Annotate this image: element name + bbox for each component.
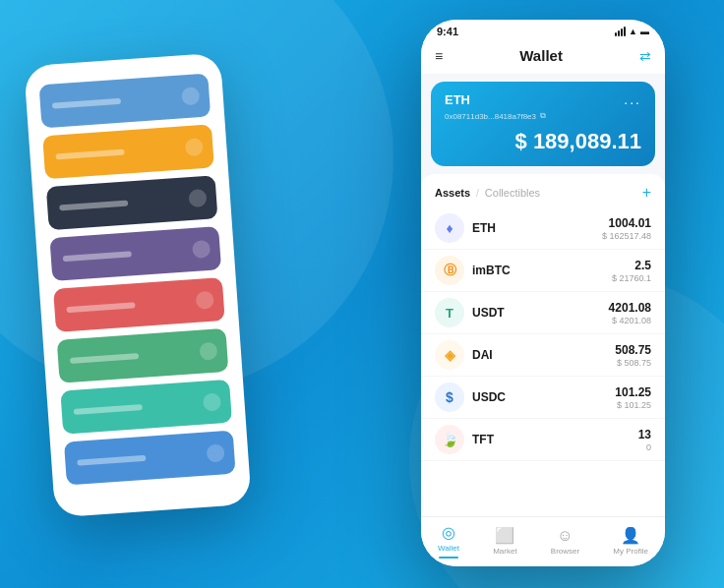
asset-usd: 0 bbox=[638, 442, 651, 452]
battery-icon: ▬ bbox=[640, 27, 649, 36]
eth-icon: ♦ bbox=[435, 213, 464, 243]
left-phone bbox=[24, 53, 252, 518]
list-item[interactable] bbox=[53, 277, 225, 332]
asset-amount: 13 bbox=[638, 428, 651, 441]
nav-market[interactable]: ⬜ Market bbox=[493, 526, 516, 556]
add-asset-button[interactable]: + bbox=[642, 184, 651, 202]
asset-name: imBTC bbox=[472, 264, 612, 277]
asset-name: DAI bbox=[472, 348, 615, 362]
nav-browser[interactable]: ☺ Browser bbox=[551, 527, 579, 556]
card-label bbox=[63, 251, 132, 262]
card-label bbox=[52, 98, 121, 109]
profile-nav-icon: 👤 bbox=[621, 526, 640, 545]
status-icons: ▲ ▬ bbox=[615, 27, 649, 36]
asset-amount: 101.25 bbox=[615, 385, 651, 399]
right-phone: 9:41 ▲ ▬ ≡ Wallet ⇄ ETH ... 0x08711d3b..… bbox=[421, 20, 665, 566]
tab-separator: / bbox=[476, 188, 479, 199]
nav-browser-label: Browser bbox=[551, 547, 579, 556]
table-row[interactable]: $ USDC 101.25 $ 101.25 bbox=[421, 377, 665, 419]
asset-values: 101.25 $ 101.25 bbox=[615, 385, 651, 410]
eth-label: ETH bbox=[445, 92, 470, 107]
nav-profile-label: My Profile bbox=[613, 547, 648, 556]
asset-values: 2.5 $ 21760.1 bbox=[612, 259, 651, 283]
card-label bbox=[66, 302, 135, 313]
assets-section: Assets / Collectibles + ♦ ETH 1004.01 $ … bbox=[421, 174, 665, 516]
dai-icon: ◈ bbox=[435, 340, 464, 370]
card-label bbox=[59, 200, 128, 210]
asset-amount: 4201.08 bbox=[609, 301, 651, 315]
usdc-icon: $ bbox=[435, 382, 464, 412]
eth-balance: $ 189,089.11 bbox=[445, 129, 641, 154]
nav-wallet[interactable]: ◎ Wallet bbox=[438, 523, 459, 559]
table-row[interactable]: ◈ DAI 508.75 $ 508.75 bbox=[421, 334, 665, 377]
asset-amount: 508.75 bbox=[615, 343, 651, 357]
assets-header: Assets / Collectibles + bbox=[421, 174, 665, 207]
list-item[interactable] bbox=[42, 124, 214, 179]
eth-copy-icon[interactable]: ⧉ bbox=[540, 111, 546, 121]
eth-address[interactable]: 0x08711d3b...8418a7f8e3 ⧉ bbox=[445, 111, 641, 121]
table-row[interactable]: T USDT 4201.08 $ 4201.08 bbox=[421, 292, 665, 334]
asset-usd: $ 21760.1 bbox=[612, 273, 651, 283]
eth-address-text: 0x08711d3b...8418a7f8e3 bbox=[445, 112, 536, 121]
list-item[interactable] bbox=[57, 328, 229, 383]
card-label bbox=[70, 353, 139, 364]
table-row[interactable]: ♦ ETH 1004.01 $ 162517.48 bbox=[421, 207, 665, 250]
nav-profile[interactable]: 👤 My Profile bbox=[613, 526, 648, 556]
usdt-icon: T bbox=[435, 298, 464, 327]
nav-active-indicator bbox=[439, 557, 458, 559]
list-item[interactable] bbox=[46, 175, 218, 230]
asset-values: 508.75 $ 508.75 bbox=[615, 343, 651, 368]
swap-icon[interactable]: ⇄ bbox=[639, 48, 651, 64]
status-time: 9:41 bbox=[437, 26, 458, 37]
list-item[interactable] bbox=[39, 74, 211, 129]
market-nav-icon: ⬜ bbox=[495, 526, 514, 545]
asset-name: TFT bbox=[472, 433, 638, 446]
asset-name: USDT bbox=[472, 306, 609, 320]
asset-name: ETH bbox=[472, 221, 602, 235]
asset-usd: $ 508.75 bbox=[615, 358, 651, 368]
table-row[interactable]: Ⓑ imBTC 2.5 $ 21760.1 bbox=[421, 250, 665, 292]
asset-usd: $ 101.25 bbox=[615, 400, 651, 410]
eth-balance-card: ETH ... 0x08711d3b...8418a7f8e3 ⧉ $ 189,… bbox=[431, 82, 655, 166]
app-header: ≡ Wallet ⇄ bbox=[421, 39, 665, 74]
wifi-icon: ▲ bbox=[629, 27, 637, 36]
tab-collectibles[interactable]: Collectibles bbox=[485, 187, 540, 199]
asset-values: 13 0 bbox=[638, 428, 651, 452]
nav-wallet-label: Wallet bbox=[438, 544, 459, 553]
assets-tabs: Assets / Collectibles bbox=[435, 187, 540, 199]
asset-usd: $ 4201.08 bbox=[609, 316, 651, 325]
asset-values: 1004.01 $ 162517.48 bbox=[602, 216, 651, 241]
eth-more-button[interactable]: ... bbox=[624, 91, 641, 107]
status-bar: 9:41 ▲ ▬ bbox=[421, 20, 665, 39]
tft-icon: 🍃 bbox=[435, 425, 464, 454]
wallet-nav-icon: ◎ bbox=[442, 523, 455, 542]
list-item[interactable] bbox=[49, 226, 221, 281]
asset-usd: $ 162517.48 bbox=[602, 231, 651, 241]
asset-list: ♦ ETH 1004.01 $ 162517.48 Ⓑ imBTC 2.5 $ … bbox=[421, 207, 665, 516]
asset-amount: 1004.01 bbox=[602, 216, 651, 230]
asset-values: 4201.08 $ 4201.08 bbox=[609, 301, 651, 325]
imbtc-icon: Ⓑ bbox=[435, 256, 464, 285]
list-item[interactable] bbox=[64, 431, 236, 486]
page-title: Wallet bbox=[519, 47, 563, 64]
menu-icon[interactable]: ≡ bbox=[435, 48, 443, 64]
asset-amount: 2.5 bbox=[612, 259, 651, 272]
card-label bbox=[55, 149, 124, 160]
table-row[interactable]: 🍃 TFT 13 0 bbox=[421, 419, 665, 461]
nav-market-label: Market bbox=[493, 547, 516, 556]
list-item[interactable] bbox=[60, 380, 232, 435]
tab-assets[interactable]: Assets bbox=[435, 187, 470, 199]
bottom-nav: ◎ Wallet ⬜ Market ☺ Browser 👤 My Profile bbox=[421, 516, 665, 566]
card-label bbox=[74, 404, 143, 415]
asset-name: USDC bbox=[472, 390, 615, 404]
card-label bbox=[77, 455, 146, 466]
browser-nav-icon: ☺ bbox=[557, 527, 573, 545]
signal-icon bbox=[615, 27, 626, 36]
